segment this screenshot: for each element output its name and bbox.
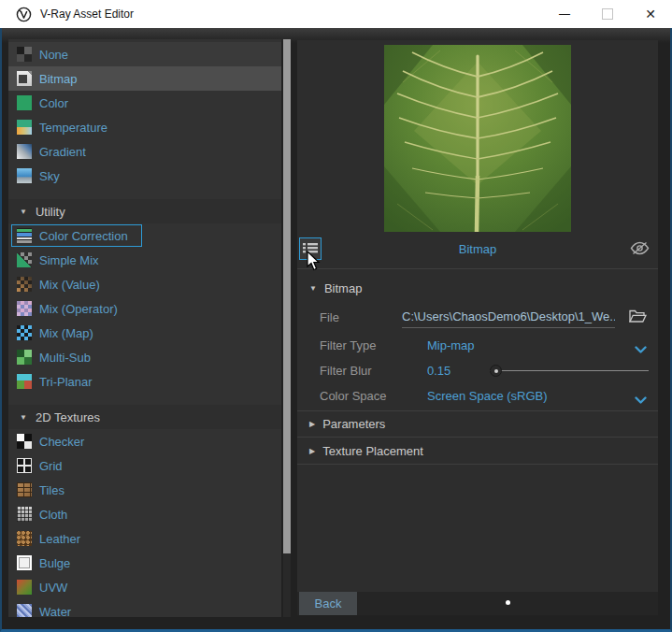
- sidebar-item-label: Mix (Operator): [39, 302, 118, 316]
- visibility-toggle-button[interactable]: [630, 241, 650, 259]
- sidebar-item-label: Gradient: [39, 145, 86, 159]
- window-title: V-Ray Asset Editor: [40, 7, 134, 21]
- filter-blur-slider-knob[interactable]: [490, 365, 502, 377]
- selected-item-outline: Color Correction: [11, 224, 142, 247]
- filter-type-dropdown[interactable]: Mip-map: [427, 338, 475, 352]
- sidebar-item-multi-sub[interactable]: Multi-Sub: [8, 345, 281, 369]
- sidebar-item-checker[interactable]: Checker: [8, 429, 281, 453]
- sidebar-item-label: Color Correction: [39, 229, 128, 243]
- filter-blur-value[interactable]: 0.15: [427, 364, 450, 378]
- chevron-down-icon: ▼: [20, 208, 27, 216]
- sidebar-item-label: Checker: [39, 435, 84, 449]
- vray-logo-icon: [16, 7, 32, 22]
- section-header-bitmap[interactable]: ▼ Bitmap: [297, 276, 658, 300]
- file-path-field[interactable]: C:\Users\ChaosDemo6\Desktop\1_We...: [402, 309, 615, 328]
- maximize-button[interactable]: [586, 0, 629, 28]
- color-space-row: Color Space Screen Space (sRGB): [297, 383, 658, 409]
- sidebar-item-sky[interactable]: Sky: [8, 164, 281, 188]
- sidebar-item-label: Simple Mix: [39, 253, 99, 267]
- sidebar-item-label: Grid: [39, 459, 63, 473]
- tiles-icon: [17, 482, 32, 497]
- sidebar-item-mix-map[interactable]: Mix (Map): [8, 321, 281, 345]
- sidebar-item-label: Tri-Planar: [39, 375, 93, 389]
- chevron-down-icon[interactable]: [635, 392, 647, 409]
- texture-list-sidebar: None Bitmap Color Temperature Gradient S…: [8, 39, 281, 617]
- color-space-dropdown[interactable]: Screen Space (sRGB): [427, 389, 548, 403]
- sidebar-item-bulge[interactable]: Bulge: [8, 551, 281, 575]
- filter-blur-row: Filter Blur 0.15: [297, 358, 658, 383]
- bulge-icon: [17, 555, 32, 570]
- filter-type-label: Filter Type: [320, 338, 376, 352]
- mix-value-icon: [17, 277, 32, 292]
- section-header-label: Utility: [36, 205, 65, 219]
- sidebar-item-none[interactable]: None: [8, 42, 281, 66]
- cloth-icon: [17, 507, 32, 522]
- file-row: File C:\Users\ChaosDemo6\Desktop\1_We...: [297, 305, 658, 330]
- sidebar-item-label: Water: [39, 605, 71, 618]
- sidebar-item-cloth[interactable]: Cloth: [8, 502, 281, 526]
- tri-planar-icon: [17, 374, 32, 389]
- sidebar-item-gradient[interactable]: Gradient: [8, 139, 281, 164]
- sidebar-item-color[interactable]: Color: [8, 91, 281, 115]
- sidebar-item-label: Mix (Map): [39, 326, 93, 340]
- section-header-label: Parameters: [322, 417, 385, 431]
- section-header-parameters[interactable]: ▶ Parameters: [297, 411, 658, 436]
- section-header-label: 2D Textures: [36, 410, 100, 424]
- sidebar-item-tiles[interactable]: Tiles: [8, 478, 281, 502]
- sidebar-item-simple-mix[interactable]: Simple Mix: [8, 248, 281, 272]
- sidebar-item-leather[interactable]: Leather: [8, 526, 281, 551]
- multi-sub-icon: [17, 350, 32, 365]
- mix-map-icon: [17, 325, 32, 340]
- sidebar-item-label: UVW: [39, 581, 67, 595]
- sidebar-item-label: Multi-Sub: [39, 351, 91, 365]
- bitmap-preview-image: [384, 45, 571, 232]
- sidebar-item-label: Bulge: [39, 556, 70, 570]
- filter-type-row: Filter Type Mip-map: [297, 333, 658, 358]
- sidebar-item-label: Leather: [39, 532, 80, 546]
- minimize-button[interactable]: —: [543, 0, 586, 28]
- footer-bar: Back: [297, 592, 658, 615]
- sidebar-item-temperature[interactable]: Temperature: [8, 115, 281, 139]
- simple-mix-icon: [17, 252, 32, 267]
- temperature-icon: [17, 120, 32, 135]
- window-controls: — ✕: [543, 0, 672, 28]
- filter-blur-slider[interactable]: [490, 370, 649, 371]
- section-header-label: Texture Placement: [322, 444, 423, 458]
- sidebar-item-mix-value[interactable]: Mix (Value): [8, 272, 281, 296]
- leather-icon: [17, 531, 32, 546]
- divider: [297, 437, 658, 438]
- browse-file-button[interactable]: [629, 309, 647, 327]
- file-label: File: [320, 310, 339, 324]
- divider: [297, 268, 658, 269]
- preview-type-label: Bitmap: [297, 234, 658, 264]
- sidebar-item-label: Cloth: [39, 508, 67, 522]
- bitmap-editor-panel: Bitmap ▼ Bitmap File C:\Users\ChaosDemo6…: [297, 40, 658, 615]
- sidebar-scrollbar-thumb[interactable]: [283, 39, 291, 553]
- section-header-texture-placement[interactable]: ▶ Texture Placement: [297, 438, 658, 463]
- sidebar-item-color-correction[interactable]: Color Correction: [8, 223, 281, 248]
- section-header-utility[interactable]: ▼ Utility: [8, 199, 281, 223]
- sidebar-item-uvw[interactable]: UVW: [8, 575, 281, 599]
- preview-toolbar: Bitmap: [297, 234, 658, 267]
- chevron-down-icon[interactable]: [635, 341, 647, 358]
- sidebar-item-bitmap[interactable]: Bitmap: [8, 66, 281, 91]
- close-icon: ✕: [645, 7, 656, 22]
- sidebar-item-water[interactable]: Water: [8, 599, 281, 617]
- sidebar-item-label: Mix (Value): [39, 278, 100, 292]
- back-button[interactable]: Back: [299, 592, 357, 615]
- sidebar-scrollbar[interactable]: [283, 39, 291, 617]
- titlebar: V-Ray Asset Editor — ✕: [0, 0, 672, 28]
- sidebar-item-grid[interactable]: Grid: [8, 453, 281, 478]
- maximize-icon: [602, 8, 613, 20]
- sidebar-item-mix-operator[interactable]: Mix (Operator): [8, 296, 281, 321]
- sidebar-item-label: Tiles: [39, 483, 64, 497]
- section-header-2d-textures[interactable]: ▼ 2D Textures: [8, 405, 281, 429]
- sidebar-item-tri-planar[interactable]: Tri-Planar: [8, 369, 281, 394]
- window-content: None Bitmap Color Temperature Gradient S…: [0, 28, 672, 632]
- water-icon: [17, 604, 32, 617]
- mix-operator-icon: [17, 301, 32, 316]
- color-space-label: Color Space: [320, 389, 387, 403]
- sidebar-item-label: Sky: [39, 169, 60, 183]
- close-button[interactable]: ✕: [629, 0, 672, 28]
- sidebar-item-label: Temperature: [39, 121, 107, 135]
